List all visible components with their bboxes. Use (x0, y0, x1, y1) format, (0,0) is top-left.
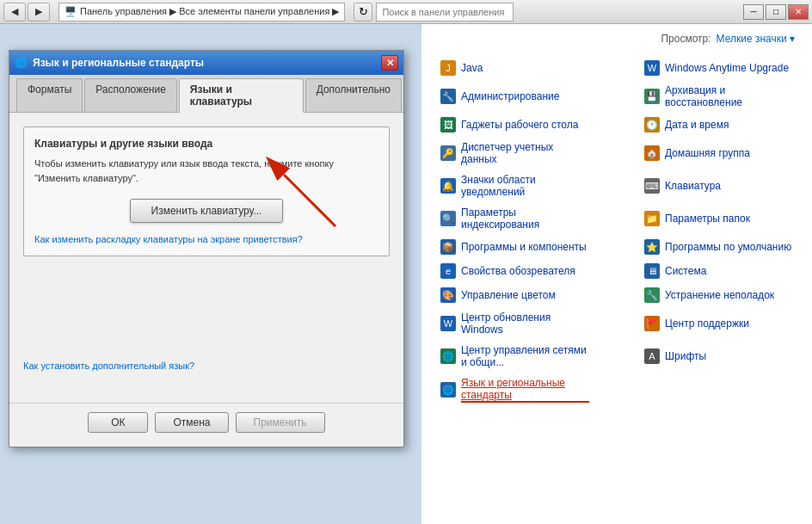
view-mode-button[interactable]: Мелкие значки ▾ (717, 33, 795, 45)
item-label: Java (461, 62, 483, 74)
list-item[interactable]: 🖼 Гаджеты рабочего стола (439, 114, 591, 136)
tab-location[interactable]: Расположение (84, 78, 177, 112)
dialog-content: Клавиатуры и другие языки ввода Чтобы из… (9, 113, 403, 385)
breadcrumb-icon: 🖥️ (65, 6, 77, 17)
item-label: Архивация и восстановление (665, 84, 793, 108)
tab-advanced[interactable]: Дополнительно (305, 78, 402, 112)
item-label: Windows Anytime Upgrade (665, 62, 789, 74)
breadcrumb-text: Панель управления ▶ Все элементы панели … (80, 6, 339, 17)
dialog-window: 🌐 Язык и региональные стандарты ✕ Формат… (9, 50, 404, 447)
list-item[interactable]: ⌨ Клавиатура (643, 170, 795, 201)
minimize-button[interactable]: ─ (743, 4, 764, 20)
programs-icon: 📦 (440, 239, 456, 255)
credentials-icon: 🔑 (440, 145, 456, 161)
list-item[interactable]: 🚩 Центр поддержки (643, 308, 795, 339)
item-label: Диспетчер учетных данных (461, 141, 589, 165)
homegroup-icon: 🏠 (644, 145, 660, 161)
dialog-footer: ОК Отмена Применить (9, 403, 403, 447)
search-input[interactable] (376, 3, 514, 22)
list-item[interactable]: 🔍 Параметры индексирования (439, 203, 591, 234)
list-item[interactable]: W Центр обновления Windows (439, 308, 591, 339)
ok-button[interactable]: ОК (88, 412, 148, 433)
default-programs-icon: ⭐ (644, 239, 660, 255)
item-label: Устранение неполадок (665, 289, 774, 301)
window-controls: ─ □ ✕ (743, 4, 809, 20)
change-keyboard-btn-row: Изменить клавиатуру... (34, 199, 378, 223)
list-item[interactable]: 🖥 Система (643, 260, 795, 282)
item-label: Программы по умолчанию (665, 241, 791, 253)
cp-items-grid: J Java W Windows Anytime Upgrade 🔧 Админ… (439, 57, 795, 406)
list-item[interactable]: 📦 Программы и компоненты (439, 236, 591, 258)
apply-button[interactable]: Применить (236, 412, 325, 433)
item-label: Домашняя группа (665, 147, 750, 159)
windows-update-icon: W (440, 316, 456, 331)
item-label: Язык и региональные стандарты (461, 377, 589, 403)
list-item[interactable]: A Шрифты (643, 341, 795, 372)
indexing-icon: 🔍 (440, 211, 456, 226)
section-text: Чтобы изменить клавиатуру или язык ввода… (34, 157, 378, 185)
dialog-tabs: Форматы Расположение Языки и клавиатуры … (9, 75, 403, 113)
backup-icon: 💾 (644, 89, 660, 104)
refresh-button[interactable]: ↻ (354, 3, 372, 22)
list-item[interactable]: 🕐 Дата и время (643, 114, 795, 136)
close-window-button[interactable]: ✕ (788, 4, 809, 20)
item-label: Гаджеты рабочего стола (461, 119, 578, 131)
list-item[interactable]: 🔧 Устранение неполадок (643, 284, 795, 306)
change-keyboard-button[interactable]: Изменить клавиатуру... (130, 199, 284, 223)
list-item-active[interactable]: 🌐 Язык и региональные стандарты (439, 373, 591, 406)
keyboard-screen-link-row: Как изменить раскладку клавиатуры на экр… (34, 233, 378, 245)
notifications-icon: 🔔 (440, 178, 456, 194)
dialog-title-icon: 🌐 (15, 57, 28, 69)
cancel-button[interactable]: Отмена (155, 412, 228, 433)
item-label: Программы и компоненты (461, 241, 587, 253)
item-label: Свойства обозревателя (461, 265, 575, 277)
dialog-area: 🌐 Язык и региональные стандарты ✕ Формат… (0, 24, 421, 524)
java-icon: J (440, 60, 456, 76)
dialog-close-button[interactable]: ✕ (381, 55, 398, 71)
list-item[interactable]: 🔧 Администрирование (439, 81, 591, 112)
network-icon: 🌐 (440, 348, 456, 364)
title-bar-left: ◀ ▶ 🖥️ Панель управления ▶ Все элементы … (3, 3, 514, 22)
list-item[interactable]: 📁 Параметры папок (643, 203, 795, 234)
gadgets-icon: 🖼 (440, 117, 456, 133)
tab-formats[interactable]: Форматы (16, 78, 83, 112)
back-button[interactable]: ◀ (3, 3, 26, 22)
dialog-title-bar: 🌐 Язык и региональные стандарты ✕ (9, 51, 403, 75)
list-item[interactable]: 🔑 Диспетчер учетных данных (439, 138, 591, 169)
list-item[interactable]: 🎨 Управление цветом (439, 284, 591, 306)
item-label: Центр поддержки (665, 317, 749, 330)
breadcrumb: 🖥️ Панель управления ▶ Все элементы пане… (58, 3, 345, 22)
maximize-button[interactable]: □ (766, 4, 786, 20)
keyboard-icon: ⌨ (644, 178, 660, 194)
troubleshoot-icon: 🔧 (644, 287, 660, 303)
list-item[interactable]: 🌐 Центр управления сетями и общи... (439, 341, 591, 372)
install-language-link[interactable]: Как установить дополнительный язык? (23, 361, 194, 371)
list-item[interactable]: 🏠 Домашняя группа (643, 138, 795, 169)
forward-button[interactable]: ▶ (28, 3, 50, 22)
list-item[interactable]: 💾 Архивация и восстановление (643, 81, 795, 112)
item-label: Дата и время (665, 119, 729, 131)
item-label: Центр обновления Windows (461, 311, 589, 336)
nav-buttons: ◀ ▶ (3, 3, 50, 22)
datetime-icon: 🕐 (644, 117, 660, 133)
section-title: Клавиатуры и другие языки ввода (34, 138, 378, 150)
cp-header: Просмотр: Мелкие значки ▾ (439, 33, 795, 45)
list-item[interactable]: W Windows Anytime Upgrade (643, 57, 795, 79)
dialog-title-left: 🌐 Язык и региональные стандарты (15, 57, 204, 69)
action-center-icon: 🚩 (644, 316, 660, 331)
item-label: Администрирование (461, 90, 559, 102)
color-mgmt-icon: 🎨 (440, 287, 456, 303)
title-bar: ◀ ▶ 🖥️ Панель управления ▶ Все элементы … (0, 0, 812, 24)
item-label: Параметры индексирования (461, 207, 589, 231)
item-label: Шрифты (665, 350, 706, 362)
ie-icon: e (440, 263, 456, 279)
tab-languages-keyboards[interactable]: Языки и клавиатуры (179, 78, 304, 113)
list-item[interactable]: 🔔 Значки области уведомлений (439, 170, 591, 201)
item-label: Клавиатура (665, 180, 721, 192)
list-item[interactable]: e Свойства обозревателя (439, 260, 591, 282)
list-item[interactable]: J Java (439, 57, 591, 79)
main-content: 🌐 Язык и региональные стандарты ✕ Формат… (0, 24, 812, 524)
item-label: Параметры папок (665, 213, 750, 225)
keyboard-screen-link[interactable]: Как изменить раскладку клавиатуры на экр… (34, 234, 303, 244)
list-item[interactable]: ⭐ Программы по умолчанию (643, 236, 795, 258)
